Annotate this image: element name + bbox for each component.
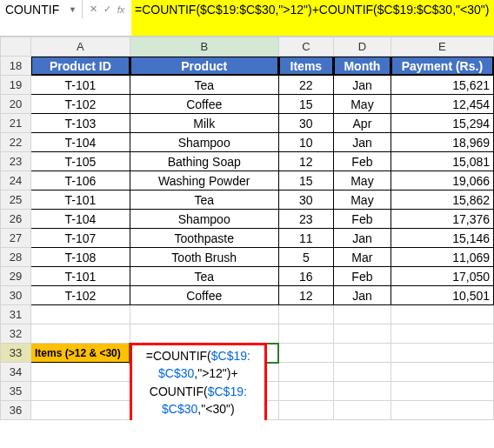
- cell-B28[interactable]: Tooth Brush: [130, 248, 278, 267]
- cell-B26[interactable]: Shampoo: [130, 210, 278, 229]
- cell-C20[interactable]: 15: [278, 95, 333, 114]
- row-header[interactable]: 22: [1, 133, 31, 152]
- cell-C24[interactable]: 15: [278, 171, 333, 191]
- cell-A26[interactable]: T-104: [31, 210, 130, 229]
- cell-C29[interactable]: 16: [278, 267, 333, 286]
- row-header[interactable]: 18: [1, 57, 31, 76]
- check-icon[interactable]: ✓: [102, 3, 112, 15]
- cell-A28[interactable]: T-108: [31, 248, 130, 267]
- cell-A22[interactable]: T-104: [31, 133, 130, 152]
- cell-A35[interactable]: [31, 382, 130, 401]
- select-all-corner[interactable]: [1, 37, 31, 57]
- cell-D34[interactable]: [334, 363, 391, 382]
- cell-B19[interactable]: Tea: [130, 76, 278, 95]
- col-header-a[interactable]: A: [31, 37, 130, 57]
- cell-A30[interactable]: T-102: [31, 286, 130, 305]
- cell-D32[interactable]: [334, 324, 391, 344]
- cell-B33[interactable]: =COUNTIF($C$19:$C$30,">12")+COUNTIF($C$1…: [130, 344, 278, 363]
- chevron-down-icon[interactable]: ▼: [69, 5, 77, 14]
- cell-A25[interactable]: T-101: [31, 191, 130, 210]
- cell-A34[interactable]: [31, 363, 130, 382]
- row-header[interactable]: 30: [1, 286, 31, 305]
- cell-C33[interactable]: [278, 344, 333, 363]
- cell-A31[interactable]: [31, 305, 130, 324]
- cell-B31[interactable]: [130, 305, 278, 324]
- cell-D36[interactable]: [334, 401, 391, 420]
- cell-C28[interactable]: 5: [278, 248, 333, 267]
- cell-B25[interactable]: Tea: [130, 191, 278, 210]
- spreadsheet-grid[interactable]: A B C D E 18Product IDProductItemsMonthP…: [0, 37, 494, 420]
- row-header[interactable]: 20: [1, 95, 31, 114]
- cell-D21[interactable]: Apr: [334, 114, 391, 133]
- cell-C22[interactable]: 10: [278, 133, 333, 152]
- cell-E28[interactable]: 11,069: [391, 248, 493, 267]
- cell-C27[interactable]: 11: [278, 229, 333, 248]
- cell-E33[interactable]: [391, 344, 493, 363]
- cell-E36[interactable]: [391, 401, 493, 420]
- row-header[interactable]: 28: [1, 248, 31, 267]
- cancel-icon[interactable]: ✕: [88, 3, 98, 15]
- row-header[interactable]: 26: [1, 210, 31, 229]
- cell-A24[interactable]: T-106: [31, 171, 130, 191]
- col-header-c[interactable]: C: [278, 37, 333, 57]
- cell-B23[interactable]: Bathing Soap: [130, 152, 278, 171]
- cell-D27[interactable]: Jan: [334, 229, 391, 248]
- cell-A19[interactable]: T-101: [31, 76, 130, 95]
- cell-C31[interactable]: [278, 305, 333, 324]
- cell-D31[interactable]: [334, 305, 391, 324]
- cell-E22[interactable]: 18,969: [391, 133, 493, 152]
- cell-D28[interactable]: Mar: [334, 248, 391, 267]
- cell-E19[interactable]: 15,621: [391, 76, 493, 95]
- cell-E20[interactable]: 12,454: [391, 95, 493, 114]
- cell-A36[interactable]: [31, 401, 130, 420]
- cell-D25[interactable]: May: [334, 191, 391, 210]
- cell-D24[interactable]: May: [334, 171, 391, 191]
- cell-E29[interactable]: 17,050: [391, 267, 493, 286]
- col-header-d[interactable]: D: [334, 37, 391, 57]
- cell-B21[interactable]: Milk: [130, 114, 278, 133]
- cell-C23[interactable]: 12: [278, 152, 333, 171]
- col-header-e[interactable]: E: [391, 37, 493, 57]
- cell-E26[interactable]: 17,376: [391, 210, 493, 229]
- cell-C19[interactable]: 22: [278, 76, 333, 95]
- cell-E27[interactable]: 15,146: [391, 229, 493, 248]
- cell-B32[interactable]: [130, 324, 278, 344]
- cell-E35[interactable]: [391, 382, 493, 401]
- cell-E32[interactable]: [391, 324, 493, 344]
- cell-A18[interactable]: Product ID: [31, 57, 130, 76]
- row-header[interactable]: 24: [1, 171, 31, 191]
- formula-edit-overlay[interactable]: =COUNTIF($C$19:$C$30,">12")+COUNTIF($C$1…: [130, 343, 267, 420]
- cell-D30[interactable]: Jan: [334, 286, 391, 305]
- cell-B20[interactable]: Coffee: [130, 95, 278, 114]
- cell-B29[interactable]: Tea: [130, 267, 278, 286]
- col-header-b[interactable]: B: [130, 37, 278, 57]
- cell-B24[interactable]: Washing Powder: [130, 171, 278, 191]
- cell-A21[interactable]: T-103: [31, 114, 130, 133]
- row-header[interactable]: 33: [1, 344, 31, 363]
- cell-D22[interactable]: Jan: [334, 133, 391, 152]
- row-header[interactable]: 19: [1, 76, 31, 95]
- row-header[interactable]: 21: [1, 114, 31, 133]
- cell-C18[interactable]: Items: [278, 57, 333, 76]
- cell-A33[interactable]: Items (>12 & <30): [31, 344, 130, 363]
- cell-D33[interactable]: [334, 344, 391, 363]
- cell-B30[interactable]: Coffee: [130, 286, 278, 305]
- cell-D26[interactable]: Feb: [334, 210, 391, 229]
- cell-E23[interactable]: 15,081: [391, 152, 493, 171]
- formula-input[interactable]: =COUNTIF($C$19:$C$30,">12")+COUNTIF($C$1…: [131, 0, 494, 36]
- cell-B22[interactable]: Shampoo: [130, 133, 278, 152]
- row-header[interactable]: 29: [1, 267, 31, 286]
- cell-C21[interactable]: 30: [278, 114, 333, 133]
- row-header[interactable]: 25: [1, 191, 31, 210]
- cell-C35[interactable]: [278, 382, 333, 401]
- cell-A20[interactable]: T-102: [31, 95, 130, 114]
- cell-A32[interactable]: [31, 324, 130, 344]
- cell-E24[interactable]: 19,066: [391, 171, 493, 191]
- cell-C25[interactable]: 30: [278, 191, 333, 210]
- cell-B18[interactable]: Product: [130, 57, 278, 76]
- cell-E30[interactable]: 10,501: [391, 286, 493, 305]
- cell-A23[interactable]: T-105: [31, 152, 130, 171]
- cell-E18[interactable]: Payment (Rs.): [391, 57, 493, 76]
- cell-A29[interactable]: T-101: [31, 267, 130, 286]
- cell-C26[interactable]: 23: [278, 210, 333, 229]
